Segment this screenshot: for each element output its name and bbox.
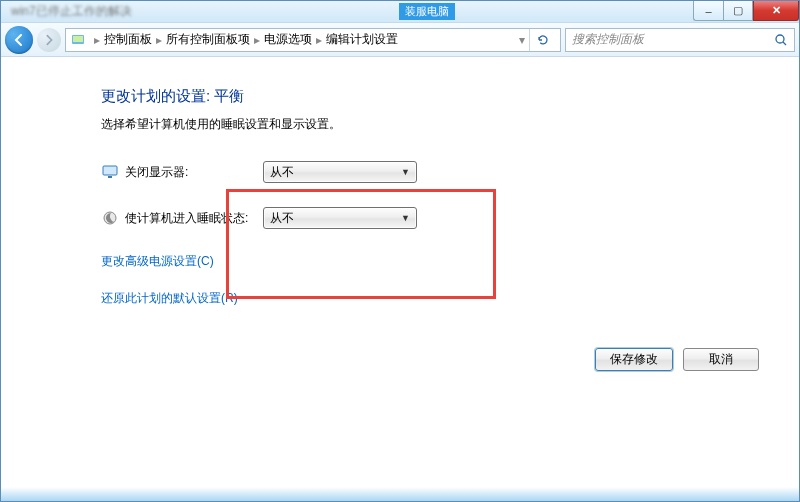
control-panel-icon (70, 32, 86, 48)
display-off-dropdown[interactable]: 从不 ▼ (263, 161, 417, 183)
content-area: 更改计划的设置: 平衡 选择希望计算机使用的睡眠设置和显示设置。 关闭显示器: … (1, 57, 799, 501)
arrow-left-icon (12, 33, 26, 47)
search-placeholder: 搜索控制面板 (572, 31, 644, 48)
search-input[interactable]: 搜索控制面板 (565, 28, 795, 52)
svg-line-3 (783, 42, 786, 45)
setting-row-display: 关闭显示器: 从不 ▼ (101, 159, 799, 185)
title-bar: win7已停止工作的解决 装服电脑 – ▢ ✕ (1, 1, 799, 23)
advanced-settings-link[interactable]: 更改高级电源设置(C) (101, 253, 799, 270)
back-button[interactable] (5, 26, 33, 54)
page-subtitle: 选择希望计算机使用的睡眠设置和显示设置。 (101, 116, 799, 133)
window-title: win7已停止工作的解决 (11, 3, 132, 20)
svg-rect-5 (108, 176, 112, 178)
chevron-down-icon: ▼ (401, 213, 410, 223)
svg-rect-4 (103, 166, 117, 175)
setting-label: 关闭显示器: (125, 164, 263, 181)
cancel-button[interactable]: 取消 (683, 348, 759, 371)
navigation-bar: ▸ 控制面板 ▸ 所有控制面板项 ▸ 电源选项 ▸ 编辑计划设置 ▾ 搜索控制面… (1, 23, 799, 57)
title-badge: 装服电脑 (399, 3, 455, 20)
forward-button[interactable] (37, 28, 61, 52)
refresh-button[interactable] (529, 29, 556, 51)
setting-label: 使计算机进入睡眠状态: (125, 210, 263, 227)
save-button[interactable]: 保存修改 (595, 348, 673, 371)
restore-defaults-link[interactable]: 还原此计划的默认设置(R) (101, 290, 799, 307)
search-icon (774, 33, 788, 47)
monitor-icon (101, 163, 119, 181)
dropdown-value: 从不 (270, 164, 294, 181)
breadcrumb-item[interactable]: 控制面板 (104, 31, 152, 48)
dropdown-value: 从不 (270, 210, 294, 227)
breadcrumb-item[interactable]: 编辑计划设置 (326, 31, 398, 48)
breadcrumb[interactable]: ▸ 控制面板 ▸ 所有控制面板项 ▸ 电源选项 ▸ 编辑计划设置 ▾ (65, 28, 561, 52)
moon-icon (101, 209, 119, 227)
minimize-button[interactable]: – (693, 1, 723, 21)
close-button[interactable]: ✕ (753, 1, 799, 21)
chevron-down-icon: ▼ (401, 167, 410, 177)
svg-rect-1 (73, 36, 83, 42)
sleep-dropdown[interactable]: 从不 ▼ (263, 207, 417, 229)
arrow-right-icon (43, 34, 55, 46)
setting-row-sleep: 使计算机进入睡眠状态: 从不 ▼ (101, 205, 799, 231)
maximize-button[interactable]: ▢ (723, 1, 753, 21)
page-title: 更改计划的设置: 平衡 (101, 87, 799, 106)
breadcrumb-item[interactable]: 电源选项 (264, 31, 312, 48)
breadcrumb-item[interactable]: 所有控制面板项 (166, 31, 250, 48)
refresh-icon (536, 33, 550, 47)
svg-point-2 (776, 35, 784, 43)
